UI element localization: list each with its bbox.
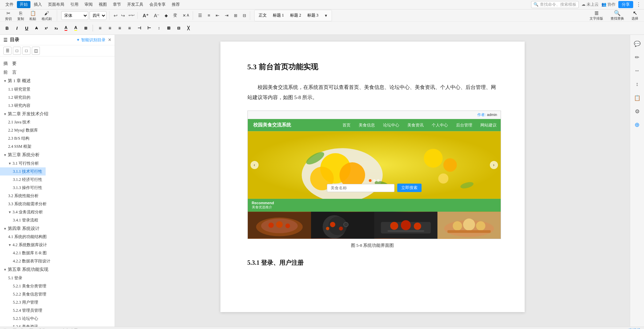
justify-btn[interactable]: ≡ <box>125 24 134 32</box>
subscript-btn[interactable]: x₂ <box>52 24 61 32</box>
menu-insert[interactable]: 插入 <box>31 1 45 8</box>
right-panel-expand-h-btn[interactable]: ↔ <box>631 65 643 77</box>
banner-next-btn[interactable]: › <box>490 161 498 169</box>
toc-4-2-2[interactable]: 4.2.2 数据表字段设计 <box>0 257 54 265</box>
food-item-2[interactable] <box>311 212 374 239</box>
right-panel-edit-btn[interactable]: ✏ <box>631 51 643 63</box>
sidebar-icon-btn-3[interactable]: □ <box>22 47 30 55</box>
para-settings-btn[interactable]: ⊞ <box>164 24 173 32</box>
right-panel-expand-v-btn[interactable]: ↕ <box>631 78 643 90</box>
right-panel-add-btn[interactable]: ⊕ <box>631 119 643 131</box>
menu-view[interactable]: 视图 <box>96 1 110 8</box>
font-change-btn[interactable]: 变 <box>171 11 180 20</box>
text-color-btn[interactable]: A <box>62 24 70 32</box>
toc-3-2[interactable]: 3.2 系统性能分析 <box>0 192 42 200</box>
menu-page-layout[interactable]: 页面布局 <box>45 1 67 8</box>
para-outdent-btn[interactable]: ⊢ <box>145 24 153 32</box>
align-left-btn[interactable]: ≡ <box>96 24 104 32</box>
toc-5-1[interactable]: 5.1 登录 <box>0 274 26 282</box>
align-right-btn[interactable]: ≡ <box>115 24 124 32</box>
style-heading3[interactable]: 标题 3 <box>305 12 321 19</box>
toc-5-2-2[interactable]: 5.2.2 美食信息管理 <box>0 290 50 298</box>
shrink-font-btn[interactable]: A⁻ <box>151 11 162 20</box>
menu-reference[interactable]: 引用 <box>68 1 81 8</box>
sidebar-close-btn[interactable]: × <box>108 37 111 43</box>
collaborate-btn[interactable]: 👥 协作 <box>601 2 616 7</box>
mock-search-input[interactable] <box>327 184 395 192</box>
right-panel-comment-btn[interactable]: 💬 <box>631 38 643 50</box>
command-search[interactable]: 🔍 查找命令、搜索模板 <box>531 1 579 8</box>
right-panel-settings-btn[interactable]: ⚙ <box>631 105 643 117</box>
text-layout-btn[interactable]: ≣ 文字排版 <box>587 9 606 22</box>
toc-ch4[interactable]: ▼第四章 系统设计 <box>0 224 43 233</box>
food-item-4[interactable] <box>437 212 501 239</box>
list-style-btn[interactable]: ⊟ <box>240 11 248 20</box>
font-size-selector[interactable]: 四号 <box>90 11 106 20</box>
menu-chapter[interactable]: 章节 <box>110 1 124 8</box>
align-center-btn[interactable]: ≡ <box>105 24 114 32</box>
more-btn[interactable]: ⋮ <box>636 1 641 8</box>
menu-start[interactable]: 开始 <box>17 1 30 8</box>
toc-3-3[interactable]: 3.3 系统功能需求分析 <box>0 200 50 208</box>
indent-increase-btn[interactable]: ⇥ <box>222 11 231 20</box>
menu-review[interactable]: 审阅 <box>82 1 95 8</box>
toc-2-4[interactable]: 2.4 SSM 框架 <box>0 142 35 150</box>
list-indent-btn[interactable]: ⊞ <box>232 11 240 20</box>
toc-5-2-6[interactable]: 5.2.6 美食资讯 <box>0 323 42 327</box>
mock-nav-news[interactable]: 美食资讯 <box>403 119 428 131</box>
mock-nav-home[interactable]: 首页 <box>338 119 355 131</box>
toc-4-1[interactable]: 4.1 系统的功能结构图 <box>0 233 50 241</box>
food-item-3[interactable] <box>374 212 437 239</box>
toc-abstract[interactable]: 摘 要 <box>0 59 20 68</box>
toc-1-2[interactable]: 1.2 研究目的 <box>0 93 34 101</box>
toc-ch3[interactable]: ▼第三章 系统分析 <box>0 150 43 159</box>
font-family-selector[interactable]: 宋体 <box>61 11 88 20</box>
column-btn[interactable]: ⊟ <box>174 24 183 32</box>
menu-file[interactable]: 文件 <box>3 1 16 8</box>
style-heading2[interactable]: 标题 2 <box>287 12 304 19</box>
para-indent-btn[interactable]: ⊣ <box>135 24 144 32</box>
toc-ch5[interactable]: ▼第五章 系统功能实现 <box>0 265 52 274</box>
toc-3-1-2[interactable]: 3.1.2 经济可行性 <box>0 175 46 184</box>
cloud-status[interactable]: ☁ 未上云 <box>581 2 599 7</box>
font-diamond-btn[interactable]: ◆ <box>162 11 170 20</box>
banner-prev-btn[interactable]: ‹ <box>251 161 259 169</box>
menu-member[interactable]: 会员专享 <box>147 1 168 8</box>
toc-2-2[interactable]: 2.2 Mysql 数据库 <box>0 126 41 134</box>
mock-search-btn[interactable]: 立即搜索 <box>397 184 422 192</box>
redo-btn[interactable]: ↪ <box>120 12 126 19</box>
highlight-btn[interactable]: A <box>71 24 80 32</box>
grow-font-btn[interactable]: A⁺ <box>140 11 151 20</box>
toc-4-2-1[interactable]: 4.2.1 数据库 E-R 图 <box>0 249 50 257</box>
paste-btn[interactable]: 📋 粘贴 <box>27 10 39 21</box>
mock-nav-admin[interactable]: 后台管理 <box>452 119 476 131</box>
toc-5-2-3[interactable]: 5.2.3 用户管理 <box>0 298 42 306</box>
toc-3-1-3[interactable]: 3.1.3 操作可行性 <box>0 184 46 192</box>
mock-nav-suggest[interactable]: 网站建议 <box>476 119 501 131</box>
toc-3-4[interactable]: ▼3.4 业务流程分析 <box>0 208 46 216</box>
copy-btn[interactable]: ⎘ 复制 <box>15 10 26 21</box>
toc-2-1[interactable]: 2.1 Java 技术 <box>0 118 34 126</box>
undo-extra-btn[interactable]: ↩↩ <box>127 13 136 18</box>
find-replace-btn[interactable]: 🔍 查找替换 <box>607 9 627 22</box>
cut-btn[interactable]: ✂ 剪切 <box>3 10 14 21</box>
mock-nav-forum[interactable]: 论坛中心 <box>379 119 403 131</box>
select-btn[interactable]: ↖ 选择 <box>628 9 641 22</box>
toc-3-1[interactable]: ▼3.1 可行性分析 <box>0 159 42 167</box>
toc-5-2-4[interactable]: 5.2.4 管理员管理 <box>0 306 46 314</box>
toc-3-4-1[interactable]: 3.4.1 登录流程 <box>0 216 42 224</box>
food-item-1[interactable] <box>248 212 311 239</box>
menu-recommend[interactable]: 推荐 <box>169 1 183 8</box>
toc-1-3[interactable]: 1.3 研究内容 <box>0 101 34 110</box>
toc-ch2[interactable]: ▼第二章 开发技术介绍 <box>0 110 52 118</box>
ai-toc-btn[interactable]: ✦ 智能识别目录 <box>76 37 105 43</box>
line-spacing-btn[interactable]: ↕ <box>154 24 163 32</box>
mock-nav-personal[interactable]: 个人中心 <box>428 119 452 131</box>
undo-btn[interactable]: ↩ <box>112 12 119 19</box>
styles-more-btn[interactable]: ▼ <box>322 11 330 20</box>
sidebar-icon-btn-1[interactable]: ☰ <box>3 47 11 55</box>
toc-3-1-1[interactable]: 3.1.1 技术可行性 <box>0 167 46 175</box>
toc-2-3[interactable]: 2.3 B/S 结构 <box>0 134 33 142</box>
sidebar-icon-btn-2[interactable]: □ <box>13 47 21 55</box>
border-btn[interactable]: ⊞ <box>81 24 90 32</box>
